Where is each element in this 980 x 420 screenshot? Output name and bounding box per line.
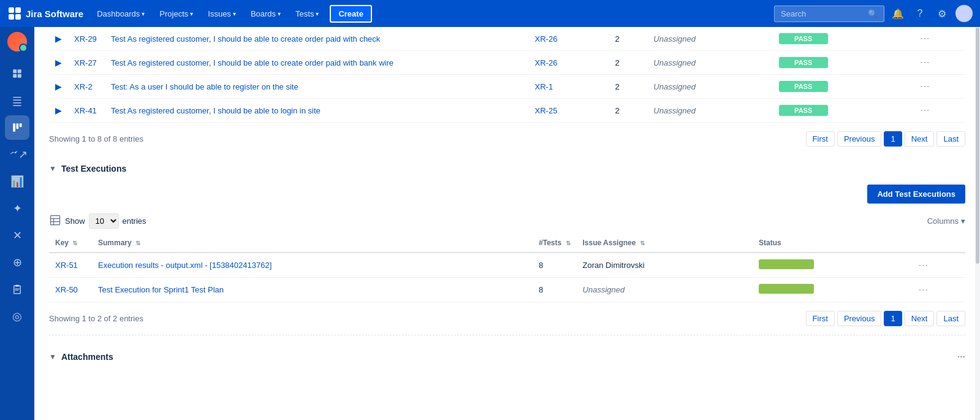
more-options-icon[interactable]: ··· <box>920 33 930 44</box>
sidebar-avatar[interactable] <box>7 32 27 52</box>
row-summary[interactable]: Test As registered customer, I should be… <box>111 34 380 44</box>
exec-row-key[interactable]: XR-51 <box>55 261 78 270</box>
top-first-button[interactable]: First <box>806 131 835 147</box>
row-summary[interactable]: Test As registered customer, I should be… <box>111 58 393 67</box>
status-badge: PASS <box>779 81 828 92</box>
top-navigation: Jira Software Dashboards ▾ Projects ▾ Is… <box>0 0 980 27</box>
entries-select[interactable]: 10 25 50 <box>89 213 119 229</box>
exec-row-summary[interactable]: Test Execution for Sprint1 Test Plan <box>98 285 224 294</box>
top-page-1-button[interactable]: 1 <box>884 131 902 147</box>
row-assignee: Unassigned <box>647 75 772 99</box>
user-avatar[interactable] <box>955 5 973 22</box>
row-key[interactable]: XR-29 <box>74 34 97 44</box>
help-icon[interactable]: ? <box>911 5 929 22</box>
status-badge: PASS <box>779 105 828 116</box>
more-options-icon[interactable]: ··· <box>920 81 930 91</box>
svg-rect-8 <box>13 97 21 98</box>
row-key[interactable]: XR-2 <box>74 82 93 91</box>
test-executions-section-header[interactable]: ▼ Test Executions <box>49 155 965 180</box>
nav-issues[interactable]: Issues ▾ <box>202 6 242 22</box>
svg-rect-17 <box>15 289 20 289</box>
top-next-button[interactable]: Next <box>905 131 935 147</box>
section-collapse-icon: ▼ <box>49 164 56 173</box>
scrollbar[interactable] <box>975 27 980 420</box>
exec-last-button[interactable]: Last <box>936 311 965 326</box>
row-summary[interactable]: Test As registered customer, I should be… <box>111 106 321 115</box>
exec-more-options-icon[interactable]: ··· <box>919 260 929 270</box>
exec-row-summary[interactable]: Execution results - output.xml - [153840… <box>98 261 272 270</box>
sidebar-item-plugins[interactable]: ✦ <box>5 196 29 221</box>
more-options-icon[interactable]: ··· <box>920 105 930 115</box>
exec-table-footer: Showing 1 to 2 of 2 entries First Previo… <box>49 302 965 335</box>
svg-rect-12 <box>13 123 15 132</box>
svg-rect-9 <box>13 100 21 101</box>
sidebar-item-home[interactable] <box>5 61 29 86</box>
row-epic[interactable]: XR-25 <box>535 106 558 115</box>
more-options-icon[interactable]: ··· <box>920 57 930 67</box>
exec-next-button[interactable]: Next <box>905 311 935 326</box>
settings-icon[interactable]: ⚙ <box>933 5 951 22</box>
svg-rect-11 <box>13 105 21 107</box>
status-badge: PASS <box>779 33 828 44</box>
scrollbar-thumb[interactable] <box>976 28 979 264</box>
play-icon[interactable]: ▶ <box>55 82 62 91</box>
row-summary[interactable]: Test: As a user I should be able to regi… <box>111 82 298 91</box>
attachments-section: ▼ Attachments ··· <box>49 335 965 376</box>
nav-boards[interactable]: Boards ▾ <box>245 6 287 22</box>
sidebar-item-reports[interactable]: ↗ <box>5 142 29 167</box>
attachments-more-icon[interactable]: ··· <box>957 351 965 362</box>
top-last-button[interactable]: Last <box>936 131 965 147</box>
row-key[interactable]: XR-27 <box>74 58 97 67</box>
row-key[interactable]: XR-41 <box>74 106 97 115</box>
sidebar-item-circle[interactable]: ◎ <box>5 304 29 329</box>
svg-rect-18 <box>15 290 18 291</box>
chevron-down-icon: ▾ <box>233 10 236 17</box>
exec-first-button[interactable]: First <box>806 311 835 326</box>
chevron-down-icon: ▾ <box>316 10 319 17</box>
sidebar-item-layers[interactable]: ⊕ <box>5 250 29 275</box>
show-label: Show <box>65 216 85 226</box>
sidebar-item-clipboard[interactable] <box>5 277 29 302</box>
exec-more-options-icon[interactable]: ··· <box>919 284 929 295</box>
sidebar: ↗ 📊 ✦ ✕ ⊕ ◎ <box>0 27 34 420</box>
table-row: XR-51 Execution results - output.xml - [… <box>49 253 965 278</box>
columns-button[interactable]: Columns ▾ <box>927 216 965 226</box>
nav-dashboards[interactable]: Dashboards ▾ <box>91 6 151 22</box>
logo-text: Jira Software <box>26 9 83 19</box>
nav-projects[interactable]: Projects ▾ <box>153 6 199 22</box>
nav-tests[interactable]: Tests ▾ <box>289 6 325 22</box>
play-icon[interactable]: ▶ <box>55 105 62 115</box>
add-test-executions-button[interactable]: Add Test Executions <box>867 185 965 204</box>
sidebar-item-releases[interactable]: 📊 <box>5 169 29 194</box>
row-epic[interactable]: XR-1 <box>535 82 553 91</box>
search-box[interactable]: Search 🔍 <box>774 6 884 22</box>
attachments-section-header[interactable]: ▼ Attachments ··· <box>49 343 965 368</box>
exec-status-bar <box>759 284 814 294</box>
svg-rect-0 <box>9 7 14 13</box>
entries-row: Show 10 25 50 entries Columns ▾ <box>49 208 965 234</box>
create-button[interactable]: Create <box>330 5 371 23</box>
svg-rect-15 <box>14 286 21 294</box>
play-icon[interactable]: ▶ <box>55 34 62 44</box>
test-executions-toolbar: Add Test Executions <box>49 180 965 208</box>
svg-rect-14 <box>20 123 22 127</box>
sidebar-item-backlog[interactable] <box>5 88 29 113</box>
top-previous-button[interactable]: Previous <box>837 131 882 147</box>
notifications-icon[interactable]: 🔔 <box>889 5 906 22</box>
chevron-down-icon: ▾ <box>142 10 145 17</box>
sidebar-item-board[interactable] <box>5 115 29 140</box>
play-icon[interactable]: ▶ <box>55 58 62 67</box>
svg-rect-10 <box>13 102 21 104</box>
exec-page-1-button[interactable]: 1 <box>884 311 902 326</box>
status-badge: PASS <box>779 57 828 68</box>
top-table-pagination: First Previous 1 Next Last <box>806 126 965 151</box>
exec-previous-button[interactable]: Previous <box>837 311 882 326</box>
table-view-icon <box>49 214 61 229</box>
row-epic[interactable]: XR-26 <box>535 58 558 67</box>
sidebar-item-xray[interactable]: ✕ <box>5 223 29 248</box>
logo[interactable]: Jira Software <box>7 6 83 21</box>
row-epic[interactable]: XR-26 <box>535 34 558 44</box>
table-row: ▶ XR-41 Test As registered customer, I s… <box>49 99 965 123</box>
svg-rect-4 <box>13 69 17 73</box>
exec-row-key[interactable]: XR-50 <box>55 285 78 294</box>
